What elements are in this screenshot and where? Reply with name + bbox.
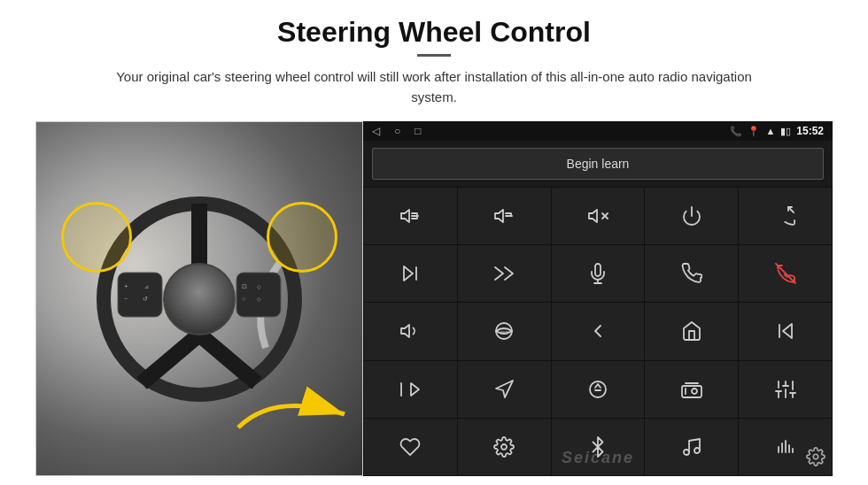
time-display: 15:52 [796, 125, 824, 137]
mic2-button[interactable] [364, 419, 457, 475]
title-divider [417, 54, 451, 57]
battery-status-icon: ▮▯ [780, 126, 791, 137]
svg-point-66 [813, 454, 818, 459]
eject-button[interactable] [552, 361, 645, 418]
svg-rect-5 [118, 273, 162, 317]
next-track-button[interactable] [364, 245, 457, 302]
navigate-button[interactable] [458, 361, 551, 418]
svg-marker-40 [411, 383, 419, 396]
svg-rect-10 [236, 273, 281, 317]
mute-button[interactable] [552, 188, 645, 244]
phone-end-button[interactable] [739, 245, 832, 302]
svg-marker-21 [495, 210, 503, 222]
android-panel: ◁ ○ □ 📞 📍 ▲ ▮▯ 15:52 Begin learn [363, 121, 833, 476]
nav-bar: ◁ ○ □ [372, 125, 422, 137]
wifi-status-icon: ▲ [765, 126, 775, 136]
home-button[interactable] [645, 303, 738, 359]
svg-text:⊿: ⊿ [144, 284, 149, 289]
begin-learn-row: Begin learn [363, 141, 833, 187]
vol-down-button[interactable] [458, 188, 551, 244]
equalizer-button[interactable] [739, 361, 832, 418]
svg-point-4 [164, 264, 235, 335]
bluetooth-button[interactable] [552, 419, 645, 475]
svg-line-2 [142, 335, 199, 383]
music-button[interactable] [645, 419, 738, 475]
360-view-button[interactable]: 360° [458, 303, 551, 359]
svg-point-47 [692, 389, 697, 394]
car-image: + ⊿ − ↺ ⊡ ◇ ○ ◇ [35, 121, 363, 476]
svg-text:○: ○ [242, 296, 245, 302]
content-area: + ⊿ − ↺ ⊡ ◇ ○ ◇ [35, 121, 833, 476]
fast-forward-button[interactable] [364, 361, 457, 418]
svg-text:⊡: ⊡ [242, 283, 247, 289]
speaker-button[interactable] [364, 303, 457, 359]
back-button[interactable] [552, 303, 645, 359]
yellow-arrow [229, 383, 353, 449]
svg-point-58 [501, 444, 507, 450]
svg-text:+: + [124, 282, 128, 290]
status-right: 📞 📍 ▲ ▮▯ 15:52 [730, 125, 824, 137]
begin-learn-button[interactable]: Begin learn [372, 148, 824, 180]
svg-text:◇: ◇ [257, 296, 261, 302]
settings2-button[interactable] [458, 419, 551, 475]
svg-text:−: − [124, 296, 128, 302]
status-bar: ◁ ○ □ 📞 📍 ▲ ▮▯ 15:52 [363, 121, 833, 141]
svg-marker-38 [783, 324, 792, 338]
settings-gear-button[interactable] [806, 447, 825, 471]
svg-marker-35 [401, 325, 409, 337]
power-button[interactable] [645, 188, 738, 244]
vol-up-button[interactable] [364, 188, 457, 244]
phone-answer-button[interactable] [645, 245, 738, 302]
phone-prev-button[interactable] [739, 188, 832, 244]
page-subtitle: Your original car's steering wheel contr… [97, 67, 771, 107]
radio-button[interactable] [645, 361, 738, 418]
svg-marker-25 [589, 210, 597, 222]
page: Steering Wheel Control Your original car… [0, 0, 868, 485]
highlight-circle-right [267, 202, 337, 273]
location-status-icon: 📍 [748, 126, 760, 137]
svg-line-3 [199, 335, 257, 383]
svg-text:360°: 360° [500, 330, 509, 335]
recent-nav-icon[interactable]: □ [415, 125, 421, 137]
svg-marker-30 [404, 266, 413, 281]
page-title: Steering Wheel Control [277, 16, 591, 49]
svg-point-59 [684, 450, 689, 455]
phone-status-icon: 📞 [730, 126, 742, 137]
highlight-circle-left [61, 202, 132, 273]
svg-text:↺: ↺ [143, 296, 148, 302]
fast-forward-skip-button[interactable] [458, 245, 551, 302]
skip-back-button[interactable] [739, 303, 832, 359]
car-image-inner: + ⊿ − ↺ ⊡ ◇ ○ ◇ [36, 122, 362, 475]
mic-button[interactable] [552, 245, 645, 302]
back-nav-icon[interactable]: ◁ [372, 125, 380, 137]
svg-text:◇: ◇ [257, 284, 261, 289]
svg-marker-42 [496, 381, 513, 397]
icon-grid: 360° [363, 187, 833, 476]
home-nav-icon[interactable]: ○ [394, 125, 400, 137]
svg-marker-16 [401, 210, 409, 222]
